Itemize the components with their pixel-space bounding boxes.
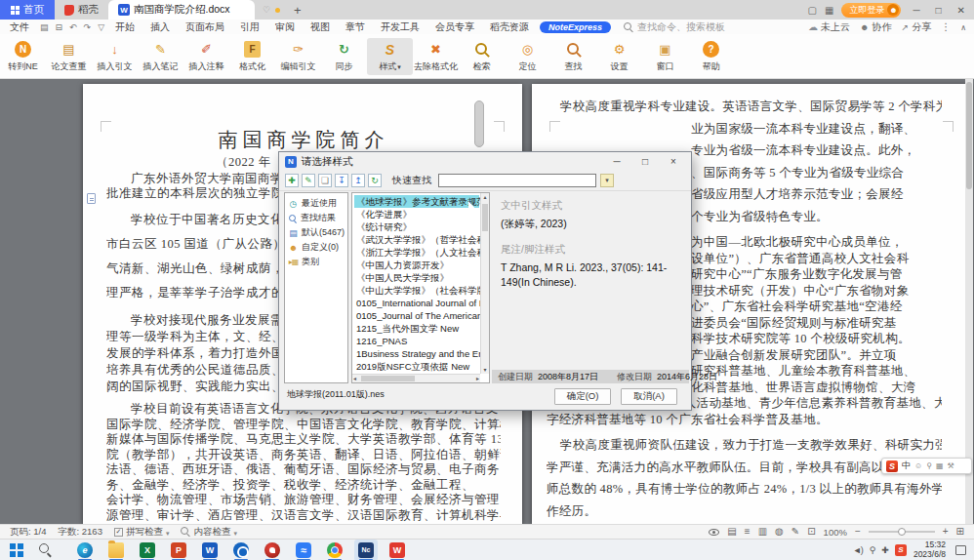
doc-line[interactable]: 源管理、审计学、酒店管理、汉语言文学、汉语国际教育、计算机科学与技术、: [106, 508, 501, 524]
menu-item[interactable]: 稻壳资源: [488, 20, 531, 34]
dialog-maximize-button[interactable]: □: [633, 156, 657, 167]
spellcheck-button[interactable]: 拼写检查: [114, 526, 170, 539]
clear-format-button[interactable]: 去除格式化: [413, 38, 459, 75]
dialog-close-button[interactable]: ×: [662, 156, 685, 167]
cancel-button[interactable]: 取消(A): [621, 388, 677, 405]
sogou-tray-icon[interactable]: S: [895, 544, 907, 556]
zoom-slider[interactable]: [869, 531, 935, 533]
action-center-icon[interactable]: [955, 545, 966, 555]
doc-line[interactable]: 专业为省级一流本科专业建设点。此外，: [691, 140, 942, 162]
refresh-style-icon[interactable]: ↻: [368, 174, 382, 187]
volume-icon[interactable]: ◄): [853, 545, 863, 555]
window-button[interactable]: 窗口: [642, 38, 688, 75]
doc-line[interactable]: 字经济科普基地等 10 个广东省社会科学普及基地。: [547, 412, 942, 428]
ime-toolbox-icon[interactable]: ⚒: [948, 461, 954, 470]
copy-style-icon[interactable]: ❏: [318, 174, 332, 187]
book-view-icon[interactable]: [758, 527, 767, 537]
safety-icon[interactable]: ✚: [881, 545, 888, 555]
insert-annotation-button[interactable]: 插入注释: [183, 38, 229, 75]
style-list-item[interactable]: 2019版NSFC立项依据 New: [354, 360, 479, 373]
format-button[interactable]: 格式化: [229, 38, 275, 75]
content-check-button[interactable]: 内容检查: [181, 526, 237, 539]
v-scroll-thumb[interactable]: [482, 204, 488, 231]
style-list-item[interactable]: 《中国人民大学学报》: [354, 271, 479, 284]
taskbar-edge[interactable]: e: [73, 540, 97, 560]
web-view-icon[interactable]: [775, 527, 784, 537]
style-list-item[interactable]: 《化学进展》: [354, 208, 479, 220]
edit-citation-button[interactable]: 编辑引文: [275, 38, 321, 75]
doc-line[interactable]: 院（教学部），共开设英语、商务英语、翻译、日语、阿拉伯语、朝鲜语、: [106, 448, 501, 463]
doc-line[interactable]: 国际学院、经济学院、管理学院、中国语言文化学院、教育学院、计算机学院、: [106, 418, 501, 433]
print-icon[interactable]: ⊟: [56, 22, 63, 32]
collapse-ribbon-icon[interactable]: [960, 21, 966, 32]
close-button[interactable]: ✕: [954, 5, 969, 16]
style-button[interactable]: 样式▾: [367, 38, 413, 75]
tree-item-default[interactable]: 默认(5467): [285, 225, 347, 240]
doc-line[interactable]: 、国际商务等 5 个专业为省级专业综合: [691, 162, 942, 184]
eye-protect-icon[interactable]: [709, 529, 719, 536]
doc-line[interactable]: 学校高度重视师资队伍建设，致力于打造一支教学效果好、科研实力强、治: [547, 434, 942, 457]
tree-item-recent[interactable]: 最近使用: [285, 196, 347, 211]
login-button[interactable]: 立即登录: [841, 3, 901, 18]
ime-mic-icon[interactable]: ⚲: [926, 461, 932, 470]
scrollbar-thumb[interactable]: [474, 100, 484, 147]
fullscreen-icon[interactable]: [956, 527, 964, 537]
export-style-icon[interactable]: ↥: [351, 174, 365, 187]
menu-item[interactable]: 审阅: [273, 20, 297, 34]
h-scroll-thumb[interactable]: [361, 376, 415, 381]
taskbar-noteexpress[interactable]: Nc: [354, 540, 378, 560]
doc-line[interactable]: 研究科普基地、儿童绘本教育科普基地、: [691, 363, 942, 380]
style-list-item[interactable]: 1215_当代外国文学 New: [354, 322, 479, 335]
collaborate-button[interactable]: 协作: [860, 20, 891, 34]
page-view-icon[interactable]: [727, 527, 736, 537]
list-vertical-scrollbar[interactable]: ▴▾: [480, 193, 489, 374]
dialog-titlebar[interactable]: 请选择样式 ─ □ ×: [279, 152, 691, 171]
word-count[interactable]: 字数: 2163: [59, 526, 102, 539]
zoom-out-button[interactable]: [855, 527, 861, 537]
sync-button[interactable]: 同步: [321, 38, 367, 75]
doc-line[interactable]: 化科普基地、世界语言虚拟博物馆、大湾: [691, 380, 942, 396]
zoom-slider-knob[interactable]: [898, 528, 906, 536]
page-indicator[interactable]: 页码: 1/4: [10, 526, 47, 539]
clock[interactable]: 15:32 2023/6/8: [913, 540, 946, 560]
taskbar-word[interactable]: W: [198, 540, 222, 560]
redo-icon[interactable]: ↷: [84, 22, 92, 32]
goto-ne-button[interactable]: 转到NE: [0, 38, 46, 75]
taskbar-app-red[interactable]: [261, 540, 284, 560]
tree-item-custom[interactable]: 自定义(0): [285, 240, 347, 255]
outline-view-icon[interactable]: [745, 527, 751, 537]
more-menu-icon[interactable]: [941, 21, 951, 32]
insert-note-button[interactable]: 插入笔记: [138, 38, 183, 75]
command-search[interactable]: 查找命令、搜索模板: [624, 20, 725, 34]
quick-find-input[interactable]: [438, 174, 596, 187]
share-button[interactable]: 分享: [902, 20, 932, 34]
taskbar-chrome[interactable]: [323, 540, 346, 560]
tree-item-search-results[interactable]: 查找结果: [285, 211, 347, 225]
menu-item[interactable]: 开发工具: [379, 20, 422, 34]
doc-line[interactable]: 省级应用型人才培养示范专业；会展经: [691, 183, 942, 206]
noteexpress-menu[interactable]: NoteExpress: [540, 21, 611, 33]
doc-line[interactable]: 个专业为省级特色专业。: [691, 206, 942, 228]
help-button[interactable]: 帮助: [688, 38, 734, 75]
doc-line[interactable]: 研究中心”“广东服务业数字化发展与管: [691, 266, 942, 283]
style-list-item[interactable]: 《浙江大学学报》（人文社会科学版）: [354, 246, 479, 259]
doc-line[interactable]: 作经历。: [547, 500, 942, 523]
ime-keyboard-icon[interactable]: ▦: [936, 461, 944, 470]
doc-line[interactable]: 心”、广东省社会科学研究基地“空港经: [691, 299, 942, 315]
document-tab[interactable]: 南国商学院介绍.docx: [108, 0, 255, 20]
doc-line[interactable]: 师总数的 48%，具有博士学位的教师占 24%，1/3 以上的教师具有海外学习和…: [547, 478, 942, 500]
taskbar-explorer[interactable]: [104, 540, 128, 560]
fit-page-icon[interactable]: [807, 527, 815, 537]
mic-icon[interactable]: ⚲: [870, 545, 875, 555]
favorite-icon[interactable]: [263, 5, 270, 15]
style-list-item[interactable]: 《地球学报》参考文献著录规范(2011.: [354, 195, 479, 208]
insert-citation-button[interactable]: 插入引文: [92, 38, 138, 75]
tree-item-category[interactable]: 类别: [285, 255, 347, 269]
window-manage-icon[interactable]: [825, 5, 833, 16]
style-list-item[interactable]: 《统计研究》: [354, 220, 479, 233]
taskbar-search-icon[interactable]: [39, 543, 52, 556]
style-list-item[interactable]: 1Business Strategy and the Environr: [354, 347, 479, 360]
dialog-minimize-button[interactable]: ─: [605, 156, 629, 167]
menu-item[interactable]: 开始: [113, 20, 137, 34]
retrieve-button[interactable]: 检索: [459, 38, 505, 75]
